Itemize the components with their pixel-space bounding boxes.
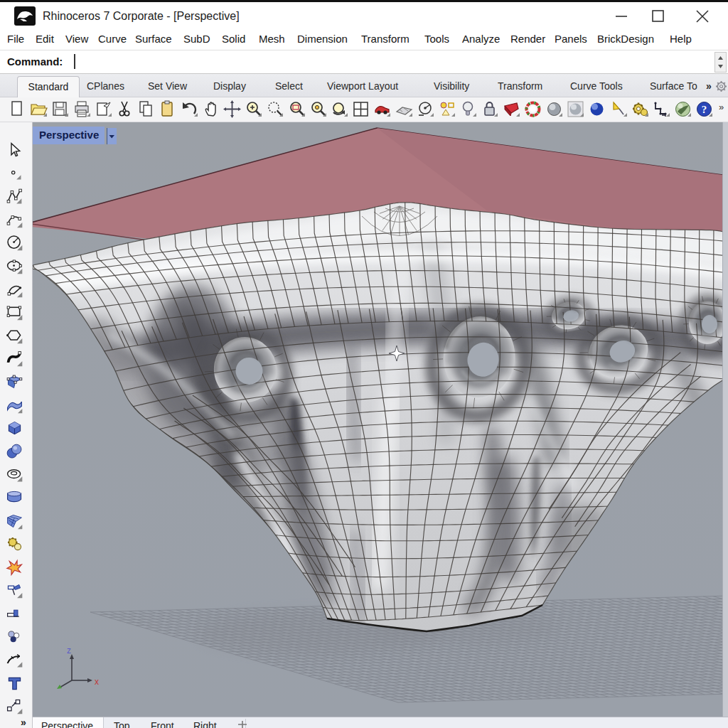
svg-text:z: z [67,646,71,655]
svg-text:x: x [95,677,99,687]
svg-text:?: ? [702,104,707,115]
